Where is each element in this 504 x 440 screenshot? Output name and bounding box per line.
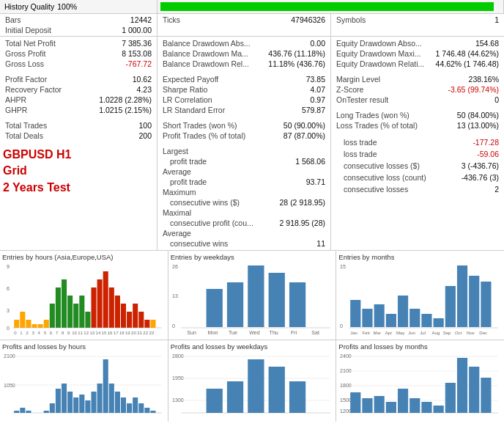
- svg-text:1050: 1050: [4, 383, 15, 388]
- svg-text:1950: 1950: [172, 375, 184, 381]
- svg-rect-10: [50, 304, 55, 328]
- profits-by-weekdays-svg: 2800 1950 1300: [171, 352, 334, 418]
- total-deals-row: Total Deals 200: [3, 131, 154, 141]
- svg-text:Nov: Nov: [467, 331, 475, 335]
- ahpr-row: AHPR 1.0228 (2.28%): [3, 95, 154, 105]
- entries-charts-row: Entries by hours (Asia,Europe,USA) 9 6 3…: [0, 251, 504, 340]
- svg-rect-156: [410, 398, 420, 413]
- main-container: History Quality 100% Bars 12442 Initial …: [0, 0, 504, 422]
- svg-rect-81: [445, 286, 456, 327]
- svg-text:5: 5: [44, 331, 47, 335]
- svg-text:20: 20: [131, 331, 136, 335]
- svg-text:6: 6: [7, 286, 10, 291]
- svg-rect-24: [133, 304, 138, 328]
- svg-rect-118: [103, 359, 108, 413]
- svg-text:4: 4: [38, 331, 41, 335]
- svg-text:15: 15: [340, 264, 346, 269]
- svg-text:3: 3: [32, 331, 34, 335]
- recovery-factor-row: Recovery Factor 4.23: [3, 84, 154, 95]
- svg-rect-126: [150, 411, 155, 413]
- svg-text:2400: 2400: [340, 353, 352, 359]
- svg-text:Mar: Mar: [374, 331, 381, 335]
- svg-rect-162: [481, 378, 492, 413]
- svg-text:2: 2: [26, 331, 29, 335]
- svg-rect-151: [351, 392, 361, 413]
- svg-text:8: 8: [62, 331, 64, 335]
- initial-deposit-value: 1 000.00: [122, 26, 152, 34]
- history-quality-value: 100%: [57, 2, 77, 11]
- svg-rect-139: [289, 381, 305, 413]
- svg-rect-17: [91, 287, 96, 328]
- right-stats-col: Equity Drawdown Abso...154.68 Equity Dra…: [331, 37, 504, 250]
- svg-rect-20: [109, 287, 114, 328]
- svg-text:Tue: Tue: [229, 330, 237, 335]
- svg-rect-158: [434, 406, 444, 413]
- svg-rect-8: [38, 324, 43, 328]
- svg-rect-115: [85, 400, 90, 413]
- svg-rect-117: [97, 384, 103, 413]
- svg-text:1500: 1500: [340, 397, 352, 403]
- svg-rect-104: [20, 408, 25, 413]
- svg-rect-7: [32, 324, 37, 328]
- svg-rect-121: [121, 397, 126, 413]
- svg-text:12: 12: [84, 331, 89, 335]
- entries-by-months-title: Entries by months: [338, 253, 502, 261]
- entries-by-months-svg: 15 0 Jan Feb Mar Apr May: [338, 263, 502, 336]
- svg-rect-83: [469, 276, 479, 327]
- profits-by-hours-chart: Profits and losses by hours 2100 1050: [0, 340, 168, 422]
- history-quality-row: History Quality 100%: [3, 1, 154, 12]
- svg-rect-59: [248, 265, 264, 327]
- svg-rect-57: [206, 289, 222, 327]
- svg-text:2100: 2100: [4, 353, 15, 359]
- svg-rect-154: [386, 402, 396, 413]
- svg-rect-122: [127, 403, 132, 413]
- svg-rect-112: [67, 392, 73, 413]
- ticks-label: Ticks: [163, 15, 180, 24]
- svg-rect-120: [115, 392, 120, 413]
- svg-rect-16: [85, 312, 90, 328]
- svg-text:Thu: Thu: [269, 330, 278, 335]
- svg-text:17: 17: [114, 331, 119, 335]
- svg-rect-82: [457, 265, 467, 327]
- svg-rect-77: [398, 296, 408, 327]
- symbols-row: Symbols 1: [334, 15, 501, 25]
- svg-rect-80: [434, 318, 444, 327]
- profits-by-hours-svg: 2100 1050: [2, 352, 166, 418]
- svg-rect-114: [79, 395, 84, 413]
- profits-by-weekdays-title: Profits and losses by weekdays: [171, 342, 334, 351]
- svg-text:Jan: Jan: [351, 331, 358, 335]
- svg-text:Feb: Feb: [363, 331, 371, 335]
- svg-text:Fri: Fri: [291, 330, 297, 335]
- profits-by-hours-title: Profits and losses by hours: [2, 342, 166, 351]
- svg-text:13: 13: [89, 331, 94, 335]
- overlay-text: GBPUSD H1 Grid 2 Years Test: [3, 144, 154, 199]
- svg-text:15: 15: [102, 331, 107, 335]
- svg-rect-157: [422, 402, 432, 413]
- svg-text:2100: 2100: [340, 368, 352, 373]
- svg-text:11: 11: [78, 331, 83, 335]
- svg-text:21: 21: [137, 331, 142, 335]
- entries-by-hours-title: Entries by hours (Asia,Europe,USA): [2, 253, 166, 261]
- svg-rect-6: [26, 320, 31, 328]
- bars-value: 12442: [130, 15, 152, 24]
- svg-text:19: 19: [125, 331, 130, 335]
- entries-by-weekdays-chart: Entries by weekdays 26 13 0 Sun Mon Tue …: [168, 251, 337, 340]
- svg-rect-161: [469, 367, 479, 413]
- svg-rect-73: [351, 300, 361, 327]
- svg-rect-137: [248, 359, 264, 413]
- svg-text:10: 10: [72, 331, 77, 335]
- svg-rect-84: [481, 282, 492, 327]
- svg-text:Sep: Sep: [443, 331, 451, 335]
- ticks-value: 47946326: [291, 15, 325, 24]
- initial-deposit-row: Initial Deposit 1 000.00: [3, 25, 154, 35]
- svg-rect-60: [268, 273, 284, 327]
- svg-rect-111: [62, 384, 67, 413]
- svg-rect-160: [457, 358, 467, 413]
- svg-text:1300: 1300: [172, 397, 184, 403]
- svg-rect-5: [20, 312, 25, 328]
- svg-rect-138: [268, 367, 284, 413]
- svg-text:0: 0: [340, 323, 343, 329]
- svg-rect-159: [445, 383, 456, 413]
- svg-rect-25: [138, 312, 144, 328]
- svg-text:Dec: Dec: [480, 331, 488, 335]
